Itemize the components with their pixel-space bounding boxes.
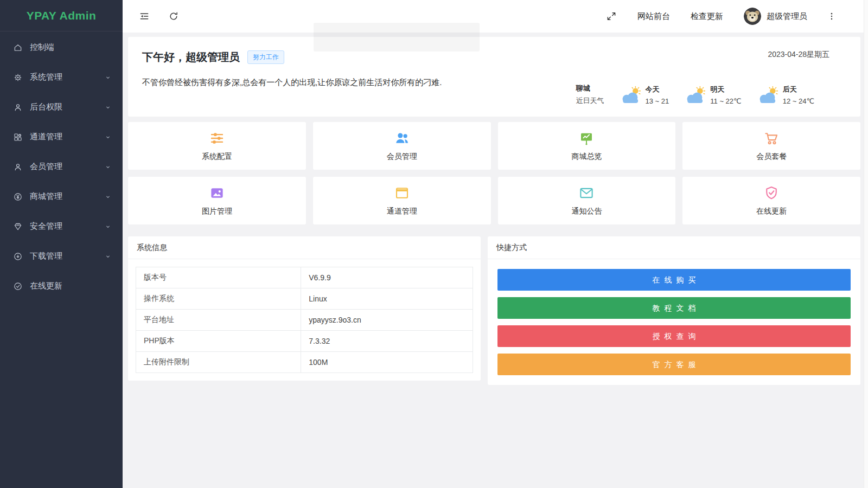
info-label: 版本号	[136, 267, 301, 288]
sidebar-item-members[interactable]: 会员管理	[0, 152, 123, 182]
info-value: ypayysz.9o3.cn	[301, 310, 473, 331]
user-menu[interactable]: 超级管理员	[744, 8, 807, 25]
license-query-button[interactable]: 授权查询	[497, 325, 851, 347]
shortcut-label: 通道管理	[387, 207, 417, 216]
chevron-down-icon	[104, 104, 112, 111]
check-circle-icon	[13, 281, 23, 291]
sidebar-item-label: 会员管理	[30, 162, 62, 172]
weather-day-name: 后天	[783, 85, 814, 94]
home-icon	[13, 43, 23, 53]
chevron-down-icon	[104, 74, 112, 81]
table-row: 上传附件限制 100M	[136, 352, 473, 373]
brand-logo: YPAY Admin	[0, 0, 123, 31]
weather-subtitle: 近日天气	[576, 96, 604, 106]
info-value: V6.9.9	[301, 267, 473, 288]
user-icon	[13, 102, 23, 112]
shortcut-online-update[interactable]: 在线更新	[682, 177, 860, 224]
chevron-down-icon	[104, 223, 112, 230]
weather-day: 明天 11 ~ 22℃	[684, 85, 741, 105]
current-date: 2023-04-28星期五	[768, 50, 829, 60]
shortcut-member-management[interactable]: 会员管理	[313, 122, 491, 170]
mail-icon	[578, 185, 595, 201]
chevron-down-icon	[104, 193, 112, 201]
site-front-link[interactable]: 网站前台	[637, 11, 670, 22]
sliders-icon	[209, 130, 225, 146]
weather-day-name: 今天	[646, 85, 669, 94]
components-icon	[13, 132, 23, 142]
gear-icon	[13, 73, 23, 82]
weather-day-temp: 12 ~ 24℃	[783, 97, 814, 105]
shortcut-announcements[interactable]: 通知公告	[498, 177, 676, 224]
info-value: Linux	[301, 288, 473, 310]
sidebar-item-security[interactable]: 安全管理	[0, 211, 123, 241]
weather-widget: 聊城 近日天气 今天 13 ~ 21 明天 11 ~ 22℃	[576, 84, 814, 106]
sun-cloud-icon	[684, 85, 707, 105]
sidebar-item-label: 后台权限	[30, 102, 62, 112]
weather-city-block: 聊城 近日天气	[576, 84, 604, 106]
collapse-sidebar-icon[interactable]	[139, 11, 150, 22]
admin-dashboard: YPAY Admin 控制端 系统管理 后台权限	[0, 0, 868, 488]
sidebar-item-label: 商城管理	[30, 191, 62, 202]
sidebar-item-label: 系统管理	[30, 72, 62, 82]
sidebar-item-channels[interactable]: 通道管理	[0, 122, 123, 152]
sidebar-item-online-update[interactable]: 在线更新	[0, 271, 123, 301]
check-update-link[interactable]: 检查更新	[691, 11, 723, 22]
sidebar-item-mall[interactable]: 商城管理	[0, 182, 123, 211]
window-icon	[394, 185, 410, 201]
online-purchase-button[interactable]: 在线购买	[497, 269, 851, 291]
info-label: 操作系统	[136, 288, 301, 310]
fullscreen-icon[interactable]	[606, 11, 617, 22]
info-label: 上传附件限制	[136, 352, 301, 373]
users-icon	[394, 130, 410, 146]
refresh-icon[interactable]	[168, 11, 179, 22]
shortcut-system-config[interactable]: 系统配置	[128, 122, 306, 170]
info-label: PHP版本	[136, 331, 301, 352]
sidebar-item-label: 控制端	[30, 42, 54, 53]
cart-icon	[763, 130, 780, 146]
weather-city: 聊城	[576, 84, 604, 93]
sidebar-item-label: 安全管理	[30, 221, 62, 232]
panel-title: 系统信息	[128, 236, 481, 259]
weather-day-name: 明天	[710, 85, 741, 94]
shortcut-mall-overview[interactable]: 商城总览	[498, 122, 676, 170]
sidebar-nav: 控制端 系统管理 后台权限 通道管理	[0, 31, 123, 301]
shortcut-label: 商城总览	[571, 152, 602, 162]
weather-day-temp: 11 ~ 22℃	[710, 97, 741, 105]
system-info-panel: 系统信息 版本号 V6.9.9 操作系统 Linux	[128, 236, 481, 381]
quick-links-panel: 快捷方式 在线购买 教程文档 授权查询 官方客服	[488, 236, 860, 385]
shortcut-member-packages[interactable]: 会员套餐	[682, 122, 860, 170]
greeting-card: 下午好，超级管理员 努力工作 不管你曾经被伤害得有多深,总会有一个人的出现,让你…	[128, 37, 860, 117]
tutorial-docs-button[interactable]: 教程文档	[497, 297, 851, 319]
chevron-down-icon	[104, 253, 112, 260]
shortcut-channel-management[interactable]: 通道管理	[313, 177, 491, 224]
sidebar-item-label: 在线更新	[30, 281, 62, 291]
sun-cloud-icon	[757, 85, 780, 105]
sidebar-item-downloads[interactable]: 下载管理	[0, 241, 123, 271]
official-support-button[interactable]: 官方客服	[497, 354, 851, 375]
shortcut-label: 图片管理	[202, 207, 232, 216]
chevron-down-icon	[104, 133, 112, 141]
gem-icon	[13, 222, 23, 232]
weather-day: 今天 13 ~ 21	[620, 85, 669, 105]
sidebar-item-label: 通道管理	[30, 132, 62, 142]
info-value: 7.3.32	[301, 331, 473, 352]
shortcut-image-management[interactable]: 图片管理	[128, 177, 306, 224]
kebab-menu-icon[interactable]	[827, 11, 837, 21]
system-info-table: 版本号 V6.9.9 操作系统 Linux 平台地址 ypayysz.9o3.c…	[136, 267, 473, 373]
sidebar-item-system[interactable]: 系统管理	[0, 62, 123, 92]
sidebar-item-console[interactable]: 控制端	[0, 33, 123, 62]
shield-check-icon	[763, 185, 780, 201]
weather-day: 后天 12 ~ 24℃	[757, 85, 814, 105]
yen-circle-icon	[13, 192, 23, 202]
sidebar-item-label: 下载管理	[30, 251, 62, 261]
image-icon	[209, 185, 225, 201]
shortcut-label: 在线更新	[756, 207, 787, 216]
sidebar: YPAY Admin 控制端 系统管理 后台权限	[0, 0, 123, 488]
main-content: 下午好，超级管理员 努力工作 不管你曾经被伤害得有多深,总会有一个人的出现,让你…	[123, 33, 868, 488]
scrollbar[interactable]	[864, 0, 868, 488]
panel-title: 快捷方式	[488, 236, 860, 259]
shortcut-grid: 系统配置 会员管理 商城总览 会员套餐	[128, 122, 860, 224]
sidebar-item-permissions[interactable]: 后台权限	[0, 92, 123, 122]
chart-board-icon	[578, 130, 595, 146]
download-circle-icon	[13, 252, 23, 261]
